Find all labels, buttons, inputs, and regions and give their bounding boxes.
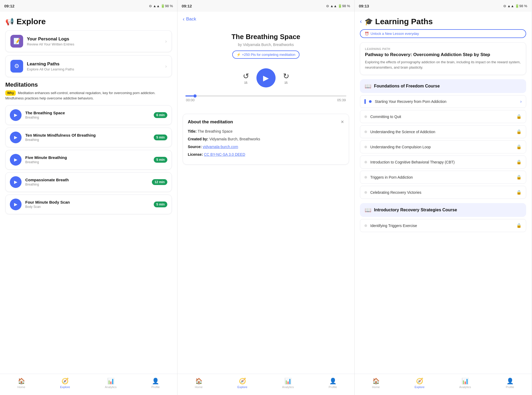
lesson-c1-1[interactable]: Committing to Quit 🔒	[360, 110, 526, 123]
lesson-c1-6[interactable]: Celebrating Recovery Victories 🔒	[360, 186, 526, 199]
menu-card-learning-paths[interactable]: ⚙ Learning Paths Explore All Our Learnin…	[5, 55, 172, 77]
meditation-play-btn-3[interactable]: ▶	[10, 176, 22, 188]
nav-profile-1[interactable]: 👤 Profile	[151, 378, 160, 389]
nav-explore-1[interactable]: 🧭 Explore	[60, 378, 70, 389]
lesson-c1-0[interactable]: Starting Your Recovery from Porn Addicti…	[360, 95, 526, 108]
profile-icon-1: 👤	[152, 378, 159, 385]
panel-player: 09:12 ⊖ ▲▲ 🔋98 % ‹ Back The Breathing Sp…	[177, 0, 354, 395]
points-text: +250 Pts for completing meditation	[242, 53, 296, 57]
menu-card-personal-logs[interactable]: 📝 Your Personal Logs Review All Your Wri…	[5, 30, 172, 52]
nav-explore-2[interactable]: 🧭 Explore	[238, 378, 247, 389]
lesson-c1-5[interactable]: Triggers in Porn Addiction 🔒	[360, 171, 526, 184]
meditation-item-4[interactable]: ▶ Four Minute Body Scan Body Scan 5 min	[5, 195, 172, 214]
med-text-3: Compassionate Breath Breathing	[25, 178, 148, 186]
meditation-item-0[interactable]: ▶ The Breathing Space Breathing 6 min	[5, 105, 172, 125]
course-1-icon: 📖	[365, 83, 371, 89]
course-1-header: 📖 Foundations of Freedom Course	[360, 79, 526, 93]
lesson-dot-c2-locked-0	[364, 224, 367, 227]
meditation-play-btn-2[interactable]: ▶	[10, 154, 22, 166]
lesson-title-c1-5: Triggers in Porn Addiction	[370, 175, 513, 179]
lesson-c1-3[interactable]: Understanding the Compulsion Loop 🔒	[360, 140, 526, 153]
menu-card-text-personal-logs: Your Personal Logs Review All Your Writt…	[27, 36, 161, 46]
menu-card-icon-personal-logs: 📝	[10, 35, 23, 48]
analytics-icon-2: 📊	[284, 378, 292, 385]
profile-icon-3: 👤	[506, 378, 514, 385]
lp-back-button[interactable]: ‹	[360, 17, 362, 25]
time-1: 09:12	[4, 4, 14, 8]
status-bar-1: 09:12 ⊖ ▲▲ 🔋98 %	[0, 0, 177, 12]
time-2: 09:12	[182, 4, 192, 8]
nav-home-1[interactable]: 🏠 Home	[18, 378, 25, 389]
explore-icon: 📢	[5, 18, 14, 26]
explore-title: Explore	[16, 17, 46, 26]
source-label: Source:	[188, 145, 202, 149]
lesson-lock-icon-4: 🔒	[516, 159, 522, 165]
lesson-c2-0[interactable]: Identifying Triggers Exercise 🔒	[360, 219, 526, 232]
path-title: Pathway to Recovery: Overcoming Addictio…	[365, 52, 521, 57]
rewind-label: 15	[244, 81, 247, 84]
duration-badge-1: 5 min	[154, 135, 167, 140]
meditation-play-btn-4[interactable]: ▶	[10, 199, 22, 210]
nav-home-2[interactable]: 🏠 Home	[195, 378, 202, 389]
lesson-lock-icon-5: 🔒	[516, 175, 522, 180]
forward-button[interactable]: ↻ 15	[283, 72, 289, 84]
meditation-play-btn-0[interactable]: ▶	[10, 109, 22, 121]
about-header: About the meditation ×	[188, 119, 344, 125]
analytics-icon-3: 📊	[462, 378, 469, 385]
back-label[interactable]: Back	[186, 16, 196, 22]
why-badge: Why	[5, 90, 16, 96]
nav-explore-3[interactable]: 🧭 Explore	[415, 378, 425, 389]
about-title-row: Title: The Breathing Space	[188, 129, 344, 134]
profile-icon-2: 👤	[329, 378, 336, 385]
nav-profile-3[interactable]: 👤 Profile	[506, 378, 514, 389]
rewind-button[interactable]: ↺ 15	[243, 72, 249, 84]
nav-home-3[interactable]: 🏠 Home	[372, 378, 380, 389]
lesson-c1-2[interactable]: Understanding the Science of Addiction 🔒	[360, 125, 526, 138]
nav-home-label-2: Home	[195, 385, 202, 389]
back-arrow-icon[interactable]: ‹	[183, 16, 185, 22]
license-link[interactable]: CC BY-NC-SA 3.0 DEED	[204, 152, 245, 157]
current-time: 00:00	[186, 98, 195, 102]
med-text-1: Ten Minute Mindfulness Of Breathing Brea…	[25, 133, 150, 142]
menu-card-arrow-learning-paths: ›	[165, 64, 167, 69]
progress-area: 00:00 05:39	[183, 95, 349, 102]
status-icons-2: ⊖ ▲▲ 🔋98 %	[326, 4, 350, 8]
nav-analytics-2[interactable]: 📊 Analytics	[282, 378, 294, 389]
nav-analytics-1[interactable]: 📊 Analytics	[105, 378, 117, 389]
lesson-dot-locked-6	[364, 191, 367, 194]
rewind-icon: ↺	[243, 72, 249, 81]
source-link[interactable]: vidyamala-burch.com	[203, 145, 238, 149]
lesson-title-c1-6: Celebrating Recovery Victories	[370, 190, 513, 195]
why-text: Why Meditation enhances self-control, em…	[5, 90, 172, 101]
lesson-title-c1-3: Understanding the Compulsion Loop	[370, 145, 513, 149]
lp-content: LEARNING PATH Pathway to Recovery: Overc…	[355, 42, 531, 395]
meditations-section-title: Meditations	[5, 81, 172, 88]
lesson-dot-locked-4	[364, 161, 367, 163]
menu-card-subtitle-learning-paths: Explore All Our Learning Paths	[27, 67, 161, 71]
meditation-play-btn-1[interactable]: ▶	[10, 132, 22, 143]
lesson-title-c1-0: Starting Your Recovery from Porn Addicti…	[375, 99, 517, 104]
nav-home-label-3: Home	[372, 385, 380, 389]
meditation-item-2[interactable]: ▶ Five Minute Breathing Breathing 5 min	[5, 150, 172, 170]
panel-learning-paths: 09:13 ⊖ ▲▲ 🔋98 % ‹ 🎓 Learning Paths ⏰ Un…	[354, 0, 531, 395]
nav-analytics-3[interactable]: 📊 Analytics	[459, 378, 471, 389]
nav-profile-2[interactable]: 👤 Profile	[329, 378, 337, 389]
menu-card-title-personal-logs: Your Personal Logs	[27, 36, 161, 42]
nav-profile-label-2: Profile	[329, 385, 337, 389]
lesson-lock-icon-3: 🔒	[516, 144, 522, 149]
meditation-item-1[interactable]: ▶ Ten Minute Mindfulness Of Breathing Br…	[5, 128, 172, 147]
menu-card-icon-learning-paths: ⚙	[10, 60, 23, 73]
nav-analytics-label-2: Analytics	[282, 385, 294, 389]
duration-badge-2: 5 min	[154, 157, 167, 163]
duration-badge-0: 6 min	[154, 112, 167, 118]
play-button[interactable]: ▶	[256, 68, 276, 87]
lesson-c1-4[interactable]: Introduction to Cognitive Behavioral The…	[360, 156, 526, 169]
time-3: 09:13	[359, 4, 369, 8]
med-title-2: Five Minute Breathing	[25, 155, 150, 160]
close-button[interactable]: ×	[341, 119, 344, 125]
progress-bar[interactable]	[185, 95, 346, 96]
unlock-button[interactable]: ⏰ Unlock a New Lesson everyday	[360, 29, 526, 38]
nav-profile-label-3: Profile	[506, 385, 514, 389]
about-source-row: Source: vidyamala-burch.com	[188, 144, 344, 150]
meditation-item-3[interactable]: ▶ Compassionate Breath Breathing 12 min	[5, 172, 172, 192]
